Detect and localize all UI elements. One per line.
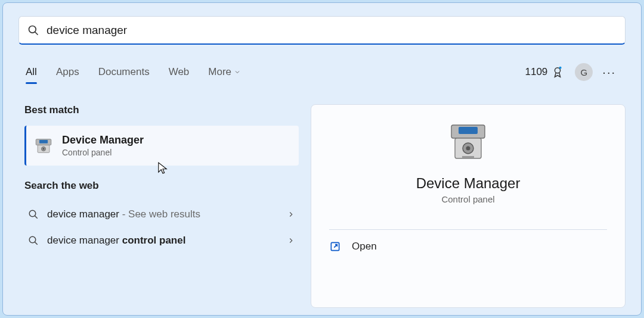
chevron-right-icon — [287, 210, 295, 219]
detail-title: Device Manager — [416, 175, 521, 192]
results-area: Best match Device Manager Control panel — [18, 104, 626, 308]
svg-line-1 — [35, 32, 38, 35]
web-result-1[interactable]: device manager control panel — [24, 227, 299, 254]
open-external-icon — [329, 241, 341, 252]
web-result-0[interactable]: device manager - See web results — [24, 201, 299, 227]
svg-rect-18 — [462, 156, 474, 158]
svg-point-8 — [43, 148, 45, 149]
best-match-text: Device Manager Control panel — [62, 134, 144, 157]
svg-rect-5 — [39, 140, 48, 144]
tab-web[interactable]: Web — [169, 66, 190, 78]
rewards-medal-icon — [551, 66, 564, 79]
detail-subtitle: Control panel — [441, 194, 494, 204]
search-icon — [27, 24, 39, 36]
filter-tabs: All Apps Documents Web More 1109 G ··· — [18, 61, 626, 83]
points-value: 1109 — [525, 66, 548, 78]
best-match-result[interactable]: Device Manager Control panel — [24, 126, 299, 166]
best-match-header: Best match — [24, 104, 299, 116]
svg-point-11 — [29, 236, 36, 243]
best-match-subtitle: Control panel — [62, 148, 144, 157]
tab-documents[interactable]: Documents — [98, 66, 150, 78]
rewards-points[interactable]: 1109 — [525, 66, 565, 79]
chevron-right-icon — [287, 236, 295, 245]
open-label: Open — [352, 241, 377, 252]
cursor-icon — [157, 161, 168, 174]
search-web-header: Search the web — [24, 180, 299, 192]
svg-line-10 — [35, 216, 38, 219]
open-action[interactable]: Open — [329, 230, 607, 263]
tab-all[interactable]: All — [26, 66, 37, 78]
svg-rect-14 — [459, 127, 478, 134]
svg-point-17 — [466, 146, 470, 151]
device-manager-icon — [33, 136, 54, 156]
svg-point-9 — [29, 210, 36, 217]
best-match-title: Device Manager — [62, 134, 144, 146]
tab-more[interactable]: More — [208, 66, 241, 78]
overflow-menu-button[interactable]: ··· — [600, 66, 618, 79]
tab-apps[interactable]: Apps — [56, 66, 79, 78]
svg-line-12 — [35, 242, 38, 245]
device-manager-large-icon — [444, 123, 492, 164]
chevron-down-icon — [234, 68, 241, 76]
search-bar[interactable] — [18, 16, 626, 45]
avatar-initial: G — [580, 67, 587, 77]
web-result-bold: control panel — [122, 235, 186, 246]
results-list: Best match Device Manager Control panel — [18, 104, 299, 308]
user-avatar[interactable]: G — [575, 63, 593, 81]
web-result-text: device manager — [47, 208, 119, 220]
search-icon — [28, 235, 39, 246]
detail-panel: Device Manager Control panel Open — [311, 104, 626, 308]
search-window: All Apps Documents Web More 1109 G ··· B… — [2, 2, 642, 316]
search-input[interactable] — [47, 24, 617, 37]
web-result-text: device manager — [47, 235, 122, 246]
svg-point-0 — [29, 26, 36, 33]
search-icon — [28, 209, 39, 220]
tab-more-label: More — [208, 66, 231, 78]
svg-point-3 — [559, 67, 562, 69]
web-result-suffix: - See web results — [119, 208, 200, 220]
